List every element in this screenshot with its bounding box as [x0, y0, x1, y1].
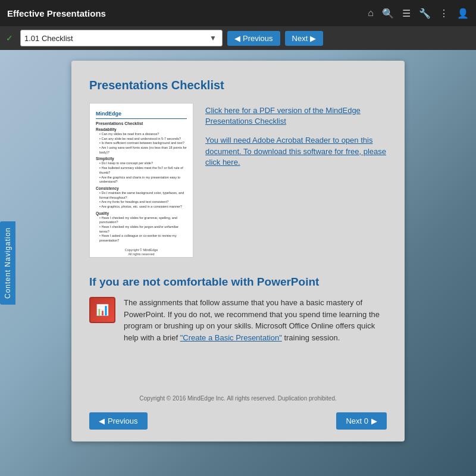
preview-bullet: • Have I checked my slides for jargon an…	[96, 225, 187, 234]
preview-bullet: • Do I keep to one concept per slide?	[96, 161, 187, 166]
preview-bullet: • Are graphics, photos, etc. used in a c…	[96, 205, 187, 209]
bottom-next-arrow-icon: ▶	[371, 416, 377, 425]
preview-bullet: • Are my fonts for headings and text con…	[96, 200, 187, 205]
content-area: Content Navigation Presentations Checkli…	[0, 50, 476, 476]
preview-bullet: • Have I asked a colleague or co-worker …	[96, 234, 187, 243]
sub-navbar: ✓ 1.01 Checklist ▼ ◀ Previous Next ▶	[0, 26, 476, 50]
ppt-section: If you are not comfortable with PowerPoi…	[89, 275, 387, 383]
bottom-nav: ◀ Previous Next 0 ▶	[89, 412, 387, 430]
bottom-prev-button[interactable]: ◀ Previous	[89, 412, 148, 430]
preview-bullet: • Can my slides be read from a distance?	[96, 132, 187, 137]
preview-bullet: • Do I maintain the same background colo…	[96, 191, 187, 200]
more-icon[interactable]: ⋮	[439, 8, 449, 19]
navbar-icons: ⌂ 🔍 ☰ 🔧 ⋮ 👤	[368, 8, 469, 19]
module-select-wrap: 1.01 Checklist ▼	[20, 30, 223, 46]
checklist-links: Click here for a PDF version of the Mind…	[205, 103, 387, 258]
ppt-description: The assignments that follow assume that …	[124, 297, 387, 343]
powerpoint-icon: 📊	[96, 303, 109, 317]
card-title: Presentations Checklist	[89, 79, 387, 92]
search-icon[interactable]: 🔍	[382, 8, 394, 19]
copyright-text: Copyright © 2016 MindEdge Inc. All right…	[89, 395, 387, 402]
ppt-title: If you are not comfortable with PowerPoi…	[89, 275, 387, 289]
preview-section-consistency: Consistency	[96, 186, 187, 190]
preview-section-simplicity: Simplicity	[96, 156, 187, 161]
ppt-icon: 📊	[89, 297, 115, 323]
side-nav-tab[interactable]: Content Navigation	[0, 221, 15, 305]
next-arrow-icon: ▶	[310, 34, 316, 43]
preview-bullet: • Has bulleted summary slides meet the 5…	[96, 166, 187, 175]
preview-bullet: • Can any slide be read and understood i…	[96, 137, 187, 142]
preview-footer: Copyright © MindEdgeAll rights reserved	[96, 248, 187, 257]
module-select[interactable]: 1.01 Checklist	[20, 30, 223, 46]
prev-arrow-icon: ◀	[234, 34, 240, 43]
acrobat-link[interactable]: You will need Adobe Acrobat Reader to op…	[205, 135, 387, 168]
prev-button[interactable]: ◀ Previous	[227, 31, 280, 46]
user-icon[interactable]: 👤	[457, 8, 469, 19]
pdf-link[interactable]: Click here for a PDF version of the Mind…	[205, 105, 387, 127]
checkmark-icon: ✓	[6, 33, 13, 43]
preview-bullet: • Have I checked my slides for grammar, …	[96, 216, 187, 225]
app-title: Effective Presentations	[7, 8, 362, 18]
next-button[interactable]: Next ▶	[285, 31, 324, 46]
checklist-preview: MindEdge Presentations Checklist Readabi…	[89, 103, 193, 258]
preview-logo: MindEdge	[96, 111, 187, 119]
home-icon[interactable]: ⌂	[368, 8, 374, 18]
preview-section-quality: Quality	[96, 211, 187, 215]
preview-bullet: • Are the graphics and charts in my pres…	[96, 176, 187, 184]
menu-icon[interactable]: ☰	[402, 8, 411, 19]
preview-bullet: • Is there sufficient contrast between b…	[96, 141, 187, 146]
create-presentation-link[interactable]: "Create a Basic Presentation"	[180, 333, 282, 342]
preview-section-readability: Readability	[96, 127, 187, 131]
wrench-icon[interactable]: 🔧	[419, 8, 431, 19]
checklist-content: MindEdge Presentations Checklist Readabi…	[89, 103, 387, 258]
preview-heading: Presentations Checklist	[96, 121, 187, 126]
main-card: Presentations Checklist MindEdge Present…	[71, 61, 405, 441]
preview-bullet: • Am I using sans-serif fonts sizes (no …	[96, 146, 187, 155]
bottom-next-button[interactable]: Next 0 ▶	[336, 412, 387, 430]
ppt-content: 📊 The assignments that follow assume tha…	[89, 297, 387, 343]
bottom-prev-arrow-icon: ◀	[99, 416, 105, 425]
top-navbar: Effective Presentations ⌂ 🔍 ☰ 🔧 ⋮ 👤	[0, 0, 476, 26]
